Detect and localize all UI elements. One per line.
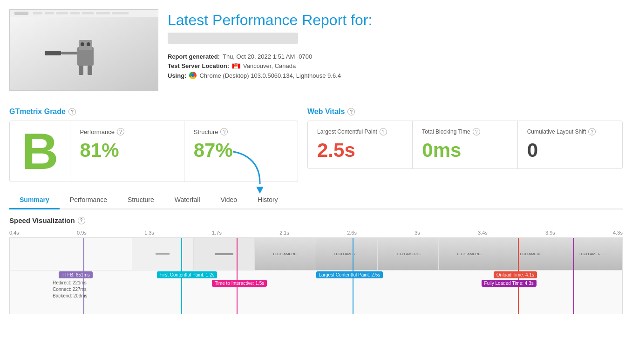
meta-server-location: Test Server Location: Vancouver, Canada [168, 62, 623, 69]
fully-loaded-line [573, 238, 574, 314]
svg-rect-11 [79, 40, 92, 50]
tbt-label: Total Blocking Time [422, 128, 470, 135]
ruler-mark-1: 0.4s [9, 230, 19, 236]
screenshots-row: TECH AMERI... TECH AMERI... TECH AMERI..… [10, 238, 622, 270]
svg-point-12 [81, 42, 84, 46]
using-label: Using: [168, 72, 186, 79]
cls-value: 0 [527, 139, 613, 162]
ruler-mark-8: 3.4s [478, 230, 488, 236]
tab-summary[interactable]: Summary [9, 191, 60, 209]
svg-rect-14 [61, 52, 77, 54]
meta-using: Using: Chrome (Desktop) 103.0.5060.134, … [168, 72, 623, 79]
screenshot-frame-5: TECH AMERI... [255, 238, 316, 270]
structure-label: Structure [194, 128, 218, 135]
web-vitals-section: Web Vitals ? Largest Contentful Paint ? … [307, 108, 623, 182]
svg-rect-6 [82, 12, 94, 14]
screenshot-frame-7: TECH AMERI... [378, 238, 439, 270]
svg-rect-2 [33, 12, 42, 14]
ruler-mark-4: 1.7s [212, 230, 222, 236]
screenshot-frame-1 [10, 238, 71, 270]
ruler-mark-3: 1.3s [144, 230, 154, 236]
tti-label: Time to Interactive: 1.5s [212, 280, 267, 287]
report-generated-value: Thu, Oct 20, 2022 1:51 AM -0700 [223, 53, 312, 60]
ttfb-sub: Redirect: 221msConnect: 227msBackend: 20… [53, 280, 88, 299]
tbt-value: 0ms [422, 139, 508, 162]
grade-metrics: Performance ? 81% Structure ? 87% [70, 121, 298, 182]
tabs-nav: Summary Performance Structure Waterfall … [9, 191, 623, 209]
onload-label: Onload Time: 4.1s [494, 271, 537, 278]
ruler-mark-6: 2.6s [347, 230, 357, 236]
svg-rect-7 [96, 12, 110, 14]
meta-report-generated: Report generated: Thu, Oct 20, 2022 1:51… [168, 53, 623, 60]
screenshot-frame-9: TECH AMERI... [500, 238, 562, 270]
structure-help-icon[interactable]: ? [220, 128, 228, 135]
vitals-box: Largest Contentful Paint ? 2.5s Total Bl… [307, 121, 623, 169]
report-generated-label: Report generated: [168, 53, 220, 60]
screenshot-frame-4 [194, 238, 255, 270]
screenshot-frame-8: TECH AMERI... [439, 238, 500, 270]
svg-rect-4 [56, 12, 68, 14]
svg-point-13 [87, 42, 90, 46]
structure-metric: Structure ? 87% [184, 121, 298, 182]
canada-flag-icon [232, 63, 240, 69]
tab-waterfall[interactable]: Waterfall [164, 191, 211, 209]
timeline-ruler: 0.4s 0.9s 1.3s 1.7s 2.1s 2.6s 3s 3.4s 3.… [9, 230, 623, 237]
server-location-value: Vancouver, Canada [243, 62, 296, 69]
grade-letter: B [10, 121, 70, 182]
scores-section: GTmetrix Grade ? B Performance ? 81% [9, 98, 623, 187]
header-info: Latest Performance Report for: Report ge… [168, 9, 623, 81]
ruler-mark-5: 2.1s [279, 230, 289, 236]
cls-label: Cumulative Layout Shift [527, 128, 586, 135]
performance-metric: Performance ? 81% [70, 121, 183, 182]
svg-rect-16 [79, 66, 83, 75]
lcp-value: 2.5s [317, 139, 403, 162]
svg-rect-5 [70, 12, 80, 14]
tbt-vital: Total Blocking Time ? 0ms [412, 121, 517, 169]
svg-rect-1 [14, 12, 28, 15]
speed-viz-help-icon[interactable]: ? [78, 217, 85, 224]
lcp-help-icon[interactable]: ? [380, 128, 387, 135]
ttfb-label: TTFB: 651ms [59, 271, 93, 278]
screenshot-frame-6: TECH AMERI... [316, 238, 378, 270]
grade-box: B Performance ? 81% Structure ? [9, 121, 298, 182]
svg-rect-15 [45, 51, 61, 55]
tab-video[interactable]: Video [211, 191, 248, 209]
svg-rect-3 [45, 12, 54, 14]
cls-vital: Cumulative Layout Shift ? 0 [517, 121, 622, 169]
gtmetrix-help-icon[interactable]: ? [68, 108, 76, 115]
screenshot-frame-2 [71, 238, 133, 270]
speed-visualization-title: Speed Visualization ? [9, 216, 623, 224]
performance-help-icon[interactable]: ? [117, 128, 124, 135]
ruler-mark-7: 3s [415, 230, 420, 236]
svg-rect-17 [88, 66, 92, 75]
web-vitals-help-icon[interactable]: ? [347, 108, 355, 115]
report-url [168, 33, 298, 44]
cls-help-icon[interactable]: ? [588, 128, 596, 135]
tabs-section: Summary Performance Structure Waterfall … [9, 191, 623, 209]
timeline-track: TECH AMERI... TECH AMERI... TECH AMERI..… [9, 237, 623, 314]
ruler-mark-2: 0.9s [77, 230, 87, 236]
tbt-help-icon[interactable]: ? [473, 128, 480, 135]
fcp-label: First Contentful Paint: 1.2s [157, 271, 217, 278]
site-screenshot [9, 9, 158, 91]
ruler-mark-9: 3.9s [545, 230, 555, 236]
speed-visualization-section: Speed Visualization ? 0.4s 0.9s 1.3s 1.7… [9, 209, 623, 321]
lcp-vital: Largest Contentful Paint ? 2.5s [308, 121, 412, 169]
lcp-line-label: Largest Contentful Paint: 2.5s [316, 271, 383, 278]
ruler-mark-10: 4.3s [613, 230, 623, 236]
report-title: Latest Performance Report for: [168, 12, 623, 29]
tab-performance[interactable]: Performance [60, 191, 117, 209]
chrome-icon [189, 72, 197, 79]
gtmetrix-title: GTmetrix Grade ? [9, 108, 298, 116]
using-value: Chrome (Desktop) 103.0.5060.134, Lightho… [199, 72, 341, 79]
performance-label: Performance [80, 128, 114, 135]
lcp-label: Largest Contentful Paint [317, 128, 377, 135]
web-vitals-title: Web Vitals ? [307, 108, 623, 116]
tti-line [237, 238, 238, 314]
tab-structure[interactable]: Structure [117, 191, 164, 209]
screenshot-frame-10: TECH AMERI... [561, 238, 622, 270]
tab-history[interactable]: History [247, 191, 288, 209]
structure-value: 87% [194, 139, 288, 162]
gtmetrix-grade-section: GTmetrix Grade ? B Performance ? 81% [9, 108, 298, 182]
fully-loaded-label: Fully Loaded Time: 4.3s [482, 280, 537, 287]
